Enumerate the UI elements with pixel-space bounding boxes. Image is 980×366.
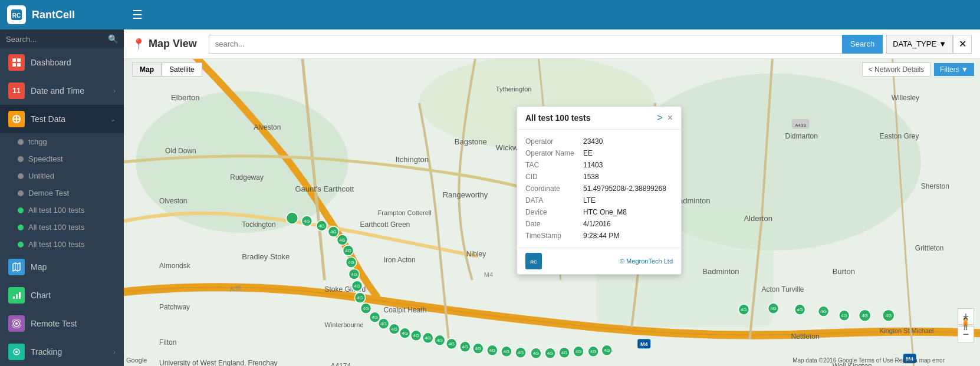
svg-text:4G: 4G (533, 351, 540, 356)
data-type-chevron: ▼ (939, 39, 946, 48)
popup-close-button[interactable]: × (667, 113, 673, 123)
svg-text:A433: A433 (795, 123, 806, 128)
sub-label-tchgg: tchgg (28, 137, 47, 146)
svg-text:Grittleton: Grittleton (915, 244, 944, 252)
svg-text:Sherston: Sherston (921, 182, 949, 190)
popup: All test 100 tests > × Operator23430Oper… (517, 106, 682, 275)
svg-text:Elberton: Elberton (171, 93, 199, 102)
popup-field-value: 9:28:44 PM (583, 232, 619, 240)
dot-alltest3 (18, 242, 24, 248)
data-type-button[interactable]: DATA_TYPE ▼ (886, 35, 953, 54)
filters-button[interactable]: Filters ▼ (934, 63, 974, 76)
sidebar-item-dashboard[interactable]: Dashboard (0, 48, 124, 77)
popup-row: TAC11403 (525, 159, 673, 171)
sub-label-speedtest: Speedtest (28, 154, 63, 163)
popup-header: All test 100 tests > × (517, 107, 681, 130)
data-type-label: DATA_TYPE (893, 39, 936, 48)
sidebar-item-map[interactable]: Map (0, 253, 124, 281)
sub-label-alltest3: All test 100 tests (28, 240, 84, 249)
svg-text:Filton: Filton (159, 338, 176, 347)
svg-text:4G: 4G (380, 321, 387, 327)
svg-text:Olveston: Olveston (159, 197, 187, 205)
svg-text:4G: 4G (345, 248, 351, 253)
svg-rect-2 (12, 58, 16, 62)
svg-text:4G: 4G (518, 350, 524, 355)
popup-row: Coordinate51.49795208/-2.38899268 (525, 183, 673, 194)
sub-item-untitled[interactable]: Untitled (0, 167, 124, 184)
search-input[interactable] (6, 35, 108, 44)
sidebar-item-remote[interactable]: Remote Test (0, 309, 124, 338)
svg-text:4G: 4G (351, 272, 357, 277)
svg-text:University of West England, Fr: University of West England, Frenchay (159, 359, 278, 366)
street-view-icon[interactable]: 🧍 (958, 316, 973, 331)
sub-label-demoe: Demoe Test (28, 189, 69, 197)
network-details-button[interactable]: < Network Details (862, 62, 930, 77)
svg-text:4G: 4G (575, 349, 582, 354)
sub-item-alltest1[interactable]: All test 100 tests (0, 202, 124, 219)
popup-body: Operator23430Operator NameEETAC11403CID1… (517, 130, 681, 248)
svg-text:4G: 4G (861, 313, 868, 318)
sub-item-demoe[interactable]: Demoe Test (0, 184, 124, 202)
map-pin-icon: 📍 (132, 38, 145, 51)
sub-item-alltest3[interactable]: All test 100 tests (0, 236, 124, 253)
sidebar-item-testdata[interactable]: Test Data ⌄ (0, 105, 124, 133)
svg-text:4G: 4G (371, 315, 378, 320)
svg-text:Frampton Cotterell: Frampton Cotterell (378, 209, 432, 216)
popup-field-label: Date (525, 220, 578, 228)
popup-field-value: EE (583, 149, 593, 157)
svg-text:Itchington: Itchington (396, 155, 429, 164)
popup-row: TimeStamp9:28:44 PM (525, 230, 673, 242)
sidebar-item-datetime[interactable]: 11 Date and Time › (0, 77, 124, 105)
sidebar-item-chart[interactable]: Chart (0, 281, 124, 309)
map-toggle-satellite[interactable]: Satellite (162, 62, 202, 77)
popup-field-value: 51.49795208/-2.38899268 (583, 184, 666, 193)
svg-text:RC: RC (12, 12, 21, 19)
svg-point-19 (15, 351, 18, 353)
svg-rect-13 (16, 294, 18, 299)
svg-text:Bradley Stoke: Bradley Stoke (242, 252, 290, 261)
popup-field-value: 4/1/2016 (583, 220, 611, 228)
popup-row: Operator NameEE (525, 147, 673, 159)
svg-rect-3 (17, 58, 21, 62)
svg-text:M4: M4 (484, 271, 493, 278)
svg-rect-14 (19, 292, 21, 299)
svg-text:4G: 4G (504, 349, 510, 354)
svg-text:Didmarton: Didmarton (785, 132, 818, 140)
tracking-icon (8, 344, 25, 360)
sub-item-alltest2[interactable]: All test 100 tests (0, 219, 124, 236)
menu-icon[interactable]: ☰ (132, 8, 143, 22)
close-button[interactable]: ✕ (953, 35, 972, 54)
app-logo: RC (7, 5, 26, 24)
svg-text:4G: 4G (462, 344, 468, 349)
sidebar-item-tracking[interactable]: Tracking › (0, 338, 124, 366)
svg-rect-12 (13, 296, 15, 299)
popup-credit: © MegronTech Ltd (620, 258, 673, 265)
svg-text:Rangeworthy: Rangeworthy (443, 190, 488, 199)
dot-speedtest (18, 156, 24, 162)
tracking-arrow: › (113, 348, 116, 355)
popup-field-label: Operator (525, 137, 578, 146)
map-search-input[interactable] (209, 35, 842, 54)
dot-tchgg (18, 139, 24, 145)
popup-field-label: CID (525, 173, 578, 181)
sub-item-speedtest[interactable]: Speedtest (0, 150, 124, 167)
popup-logo: RC (525, 253, 542, 269)
svg-text:Earthcott Green: Earthcott Green (360, 220, 410, 229)
popup-field-value: 1538 (583, 173, 599, 181)
topbar: ☰ (124, 0, 980, 29)
popup-field-value: LTE (583, 196, 596, 205)
popup-row: Operator23430 (525, 136, 673, 147)
datetime-label: Date and Time (31, 86, 107, 95)
map-toggle-map[interactable]: Map (132, 62, 162, 77)
svg-text:4G: 4G (547, 351, 554, 356)
svg-marker-9 (13, 263, 20, 271)
svg-text:Nettleton: Nettleton (791, 332, 820, 341)
popup-arrow[interactable]: > (657, 113, 662, 123)
sidebar-search-bar[interactable]: 🔍 (0, 29, 124, 48)
search-button[interactable]: Search (842, 35, 883, 54)
dot-untitled (18, 173, 24, 179)
svg-text:Winterbourne: Winterbourne (324, 321, 363, 328)
popup-field-label: TimeStamp (525, 232, 578, 240)
remote-label: Remote Test (31, 319, 116, 328)
sub-item-tchgg[interactable]: tchgg (0, 133, 124, 150)
